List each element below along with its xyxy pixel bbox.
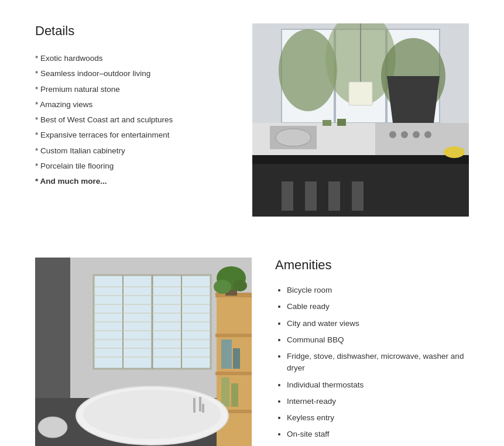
detail-item: * Premium natural stone	[35, 84, 229, 95]
amenity-item: Individual thermostats	[287, 379, 469, 391]
amenity-item: Bicycle room	[287, 284, 469, 296]
amenities-list: Bicycle roomCable readyCity and water vi…	[275, 284, 469, 446]
svg-rect-47	[215, 334, 252, 337]
details-left: Details * Exotic hardwoods* Seamless ind…	[35, 23, 229, 191]
amenity-item: City and water views	[287, 318, 469, 330]
amenity-item: Communal BBQ	[287, 334, 469, 346]
svg-rect-61	[199, 397, 201, 411]
detail-item: * Expansive terraces for entertainment	[35, 129, 229, 141]
detail-item: * Exotic hardwoods	[35, 53, 229, 64]
svg-rect-24	[305, 181, 317, 211]
svg-rect-20	[337, 119, 346, 126]
svg-rect-25	[328, 181, 340, 211]
amenity-item: Keyless entry	[287, 412, 469, 424]
svg-marker-14	[387, 76, 440, 123]
amenity-item: Fridge, stove, dishwasher, microwave, wa…	[287, 351, 469, 375]
svg-rect-19	[323, 120, 331, 126]
detail-item: * Seamless indoor–outdoor living	[35, 68, 229, 80]
svg-rect-51	[233, 348, 240, 369]
svg-rect-50	[221, 339, 232, 369]
amenity-item: On-site staff	[287, 428, 469, 440]
svg-rect-53	[231, 383, 238, 407]
svg-point-56	[214, 280, 231, 294]
kitchen-image	[252, 23, 469, 217]
svg-point-22	[276, 129, 311, 146]
svg-rect-23	[282, 181, 293, 211]
amenities-section: Amenities Bicycle roomCable readyCity an…	[0, 246, 504, 446]
details-list: * Exotic hardwoods* Seamless indoor–outd…	[35, 53, 229, 187]
svg-rect-60	[193, 398, 196, 413]
svg-rect-62	[202, 404, 204, 413]
svg-rect-48	[215, 372, 252, 375]
svg-point-17	[413, 131, 420, 138]
detail-item: * Best of West Coast art and sculptures	[35, 114, 229, 126]
amenity-item: Cable ready	[287, 301, 469, 313]
details-title: Details	[35, 23, 229, 39]
svg-point-27	[444, 146, 465, 158]
amenity-item: Internet-ready	[287, 396, 469, 407]
svg-point-63	[38, 417, 67, 438]
details-section: Details * Exotic hardwoods* Seamless ind…	[0, 12, 504, 240]
detail-item: * Porcelain tile flooring	[35, 160, 229, 172]
svg-point-15	[389, 131, 396, 138]
svg-rect-9	[349, 82, 372, 105]
detail-item: * Amazing views	[35, 99, 229, 111]
svg-point-18	[424, 131, 431, 138]
amenities-title: Amenities	[275, 258, 469, 273]
page-wrapper: Details * Exotic hardwoods* Seamless ind…	[0, 0, 504, 446]
amenities-right: Amenities Bicycle roomCable readyCity an…	[275, 258, 469, 446]
svg-rect-52	[221, 378, 229, 407]
svg-point-16	[401, 131, 408, 138]
bathroom-image	[35, 258, 252, 446]
svg-rect-26	[352, 181, 364, 211]
detail-item: * Custom Italian cabinetry	[35, 145, 229, 157]
detail-item: * And much more...	[35, 176, 229, 187]
svg-point-57	[233, 280, 247, 291]
